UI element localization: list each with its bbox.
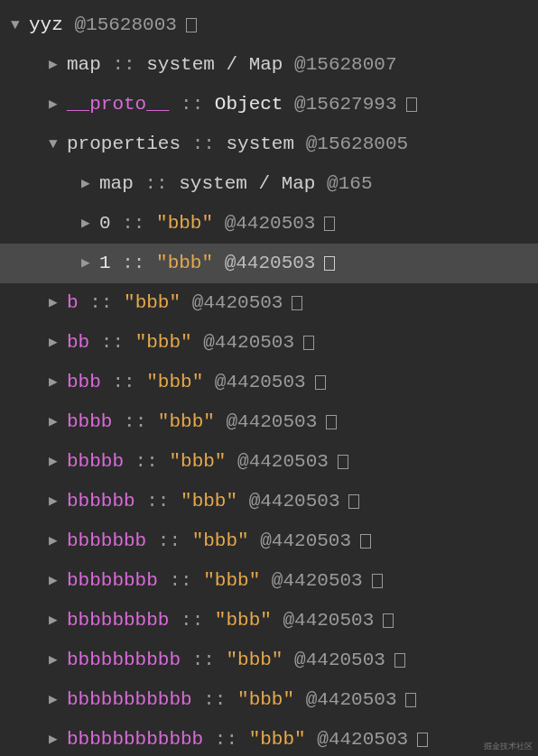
tree-row-bprop[interactable]: ▶bbbbbbbbbb :: "bbb" @4420503	[0, 641, 538, 680]
link-box-icon	[186, 18, 197, 32]
link-box-icon	[326, 415, 337, 429]
tree-row-bprop[interactable]: ▶bbbbbb :: "bbb" @4420503	[0, 482, 538, 521]
link-box-icon	[324, 217, 335, 231]
prop-addr: @4420503	[260, 567, 362, 594]
tree-row-bprop[interactable]: ▶bbbb :: "bbb" @4420503	[0, 402, 538, 442]
prop-addr: @15628007	[283, 51, 396, 78]
tree-row-bprop[interactable]: ▶bbbbb :: "bbb" @4420503	[0, 442, 538, 482]
prop-addr: @4420503	[294, 687, 396, 713]
chevron-right-icon: ▶	[49, 730, 65, 750]
chevron-right-icon: ▶	[49, 55, 65, 75]
link-box-icon	[372, 574, 383, 588]
prop-key: bbbbbbbbb	[67, 607, 169, 633]
prop-addr: @4420503	[283, 647, 385, 673]
link-box-icon	[406, 97, 417, 112]
tree-row-map-inner[interactable]: ▶ map :: system / Map @165	[0, 164, 538, 204]
chevron-right-icon: ▶	[49, 611, 65, 631]
prop-key: b	[67, 290, 79, 316]
chevron-right-icon: ▶	[49, 571, 65, 591]
prop-value: "bbb"	[135, 329, 192, 355]
tree-row-bprop[interactable]: ▶b :: "bbb" @4420503	[0, 283, 538, 323]
prop-key: bbbbbbbbbb	[67, 647, 181, 673]
prop-key: __proto__	[67, 91, 169, 117]
b-properties-container: ▶b :: "bbb" @4420503▶bb :: "bbb" @442050…	[0, 283, 538, 756]
tree-row-bprop[interactable]: ▶bbbbbbb :: "bbb" @4420503	[0, 521, 538, 561]
prop-addr: @15628005	[294, 131, 408, 157]
tree-row-properties[interactable]: ▼ properties :: system @15628005	[0, 124, 538, 164]
tree-row-index-0[interactable]: ▶ 0 :: "bbb" @4420503	[0, 204, 538, 244]
prop-key: bbbbb	[67, 448, 124, 475]
chevron-right-icon: ▶	[81, 214, 97, 234]
chevron-right-icon: ▶	[49, 531, 65, 551]
prop-key: bbbb	[67, 409, 112, 435]
root-addr: @15628003	[74, 12, 176, 38]
prop-value: "bbb"	[203, 567, 260, 594]
tree-row-bprop[interactable]: ▶bbbbbbbbb :: "bbb" @4420503	[0, 601, 538, 641]
prop-value: "bbb"	[181, 488, 237, 514]
object-tree: ▼ yyz @15628003 ▶ map :: system / Map @1…	[0, 0, 538, 756]
chevron-right-icon: ▶	[49, 95, 65, 115]
prop-key: bb	[67, 329, 89, 355]
watermark: 掘金技术社区	[484, 741, 533, 752]
prop-key: properties	[67, 131, 181, 157]
prop-type: Object	[215, 91, 283, 117]
prop-addr: @4420503	[203, 369, 305, 395]
chevron-right-icon: ▶	[81, 254, 97, 273]
prop-key: map	[67, 51, 101, 78]
prop-value: "bbb"	[237, 687, 294, 713]
tree-row-map[interactable]: ▶ map :: system / Map @15628007	[0, 45, 538, 85]
prop-type: system / Map	[179, 171, 315, 197]
prop-addr: @15627993	[283, 91, 396, 117]
chevron-right-icon: ▶	[49, 492, 65, 512]
tree-row-bprop[interactable]: ▶bbbbbbbbbbb :: "bbb" @4420503	[0, 680, 538, 720]
tree-row-bprop[interactable]: ▶bbbbbbbb :: "bbb" @4420503	[0, 561, 538, 601]
prop-addr: @4420503	[213, 250, 315, 276]
prop-addr: @4420503	[213, 210, 315, 236]
link-box-icon	[324, 256, 335, 271]
chevron-down-icon: ▼	[11, 15, 27, 35]
link-box-icon	[315, 375, 326, 390]
prop-addr: @4420503	[215, 409, 317, 435]
prop-value: "bbb"	[192, 528, 249, 554]
root-name: yyz	[29, 12, 63, 38]
prop-value: "bbb"	[226, 647, 283, 673]
tree-row-index-1[interactable]: ▶ 1 :: "bbb" @4420503	[0, 244, 538, 283]
prop-key: bbbbbb	[67, 488, 135, 514]
tree-row-bprop[interactable]: ▶bbb :: "bbb" @4420503	[0, 363, 538, 402]
chevron-right-icon: ▶	[81, 174, 97, 194]
prop-key: 1	[99, 250, 111, 276]
prop-value: "bbb"	[156, 250, 213, 276]
prop-value: "bbb"	[215, 607, 272, 633]
link-box-icon	[360, 534, 371, 549]
prop-key: bbbbbbbbbbbb	[67, 726, 203, 752]
prop-key: bbbbbbbbbbb	[67, 687, 192, 713]
link-box-icon	[383, 613, 394, 628]
link-box-icon	[417, 733, 428, 747]
chevron-right-icon: ▶	[49, 293, 65, 313]
prop-key: map	[99, 171, 134, 197]
link-box-icon	[338, 455, 348, 469]
chevron-right-icon: ▶	[49, 452, 65, 472]
prop-value: "bbb"	[146, 369, 203, 395]
link-box-icon	[394, 653, 405, 668]
prop-addr: @4420503	[192, 329, 294, 355]
tree-row-bprop[interactable]: ▶bb :: "bbb" @4420503	[0, 323, 538, 363]
prop-value: "bbb"	[249, 726, 306, 752]
prop-value: "bbb"	[158, 409, 215, 435]
tree-row-bprop[interactable]: ▶bbbbbbbbbbbb :: "bbb" @4420503	[0, 720, 538, 756]
prop-key: bbb	[67, 369, 101, 395]
prop-value: "bbb"	[169, 448, 226, 475]
prop-value: "bbb"	[156, 210, 213, 236]
tree-row-root[interactable]: ▼ yyz @15628003	[0, 5, 538, 45]
prop-addr: @4420503	[237, 488, 339, 514]
chevron-right-icon: ▶	[49, 650, 65, 670]
prop-key: bbbbbbbb	[67, 567, 158, 594]
chevron-right-icon: ▶	[49, 690, 65, 710]
tree-row-proto[interactable]: ▶ __proto__ :: Object @15627993	[0, 85, 538, 124]
prop-addr: @4420503	[272, 607, 374, 633]
prop-addr: @4420503	[249, 528, 351, 554]
prop-type: system / Map	[146, 51, 283, 78]
prop-key: bbbbbbb	[67, 528, 146, 554]
link-box-icon	[348, 494, 359, 509]
prop-addr: @4420503	[181, 290, 283, 316]
